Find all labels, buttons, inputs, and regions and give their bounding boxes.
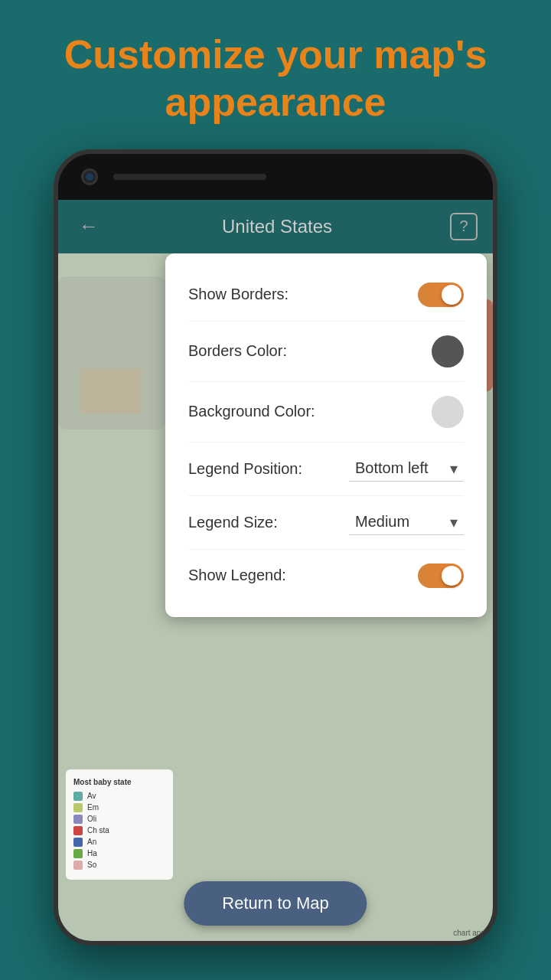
legend-title: Most baby state: [73, 777, 165, 787]
background-color-label: Background Color:: [188, 403, 315, 420]
legend-label-6: So: [87, 861, 96, 869]
map-decoration-2: [81, 368, 142, 414]
legend-item-6: So: [73, 861, 165, 870]
legend-color-5: [73, 849, 83, 858]
page-header: Customize your map's appearance: [0, 0, 551, 149]
legend-color-4: [73, 838, 83, 847]
legend-item-1: Em: [73, 803, 165, 812]
legend-position-label: Legend Position:: [188, 460, 302, 478]
phone-top-bar: [58, 154, 493, 200]
back-arrow-icon: ←: [79, 214, 99, 238]
legend-position-value: Bottom left: [355, 459, 429, 477]
legend-position-dropdown[interactable]: Bottom left ▾: [349, 456, 464, 482]
return-to-map-button[interactable]: Return to Map: [184, 881, 367, 926]
dropdown-arrow-legend-size: ▾: [450, 513, 458, 531]
legend-item-3: Ch sta: [73, 826, 165, 835]
toggle-knob-show-legend: [442, 566, 461, 586]
legend-position-row: Legend Position: Bottom left ▾: [188, 443, 464, 496]
legend-item-2: Oli: [73, 815, 165, 824]
legend-label-4: An: [87, 838, 96, 846]
legend-item-0: Av: [73, 792, 165, 801]
show-legend-row: Show Legend:: [188, 550, 464, 602]
camera-icon: [81, 168, 98, 185]
page-title: Customize your map's appearance: [23, 31, 528, 126]
map-legend: Most baby state Av Em Oli Ch sta: [66, 769, 173, 880]
legend-item-4: An: [73, 838, 165, 847]
show-borders-row: Show Borders:: [188, 269, 464, 322]
background-color-row: Background Color:: [188, 382, 464, 443]
legend-color-6: [73, 861, 83, 870]
legend-item-5: Ha: [73, 849, 165, 858]
help-button[interactable]: ?: [450, 213, 478, 240]
background-color-picker[interactable]: [432, 396, 464, 428]
legend-size-row: Legend Size: Medium ▾: [188, 496, 464, 550]
legend-color-3: [73, 826, 83, 835]
show-legend-label: Show Legend:: [188, 567, 286, 584]
app-header: ← United States ?: [58, 200, 493, 253]
legend-label-3: Ch sta: [87, 826, 109, 835]
footer-label: chart app: [453, 929, 485, 937]
legend-label-5: Ha: [87, 849, 97, 858]
toggle-knob-show-borders: [442, 285, 461, 305]
customize-modal: Show Borders: Borders Color: Background …: [165, 253, 487, 617]
legend-size-value: Medium: [355, 513, 409, 531]
borders-color-row: Borders Color:: [188, 322, 464, 382]
return-button-container: Return to Map: [184, 881, 367, 926]
show-borders-toggle[interactable]: [418, 283, 464, 307]
help-icon: ?: [459, 217, 468, 235]
legend-label-0: Av: [87, 792, 96, 800]
legend-size-label: Legend Size:: [188, 514, 278, 531]
legend-label-1: Em: [87, 803, 99, 812]
legend-size-dropdown[interactable]: Medium ▾: [349, 510, 464, 535]
phone-screen: ← United States ? Most baby state Av: [58, 200, 493, 941]
legend-label-2: Oli: [87, 815, 96, 823]
dropdown-arrow-legend-position: ▾: [450, 459, 458, 478]
borders-color-picker[interactable]: [432, 335, 464, 368]
map-area: Most baby state Av Em Oli Ch sta: [58, 253, 493, 941]
phone-frame: ← United States ? Most baby state Av: [54, 149, 497, 946]
legend-color-1: [73, 803, 83, 812]
show-borders-label: Show Borders:: [188, 286, 289, 303]
show-legend-toggle[interactable]: [418, 564, 464, 588]
speaker-bar: [113, 174, 266, 180]
legend-color-2: [73, 815, 83, 824]
legend-color-0: [73, 792, 83, 801]
borders-color-label: Borders Color:: [188, 342, 287, 360]
app-title: United States: [222, 216, 332, 237]
back-button[interactable]: ←: [73, 211, 104, 242]
